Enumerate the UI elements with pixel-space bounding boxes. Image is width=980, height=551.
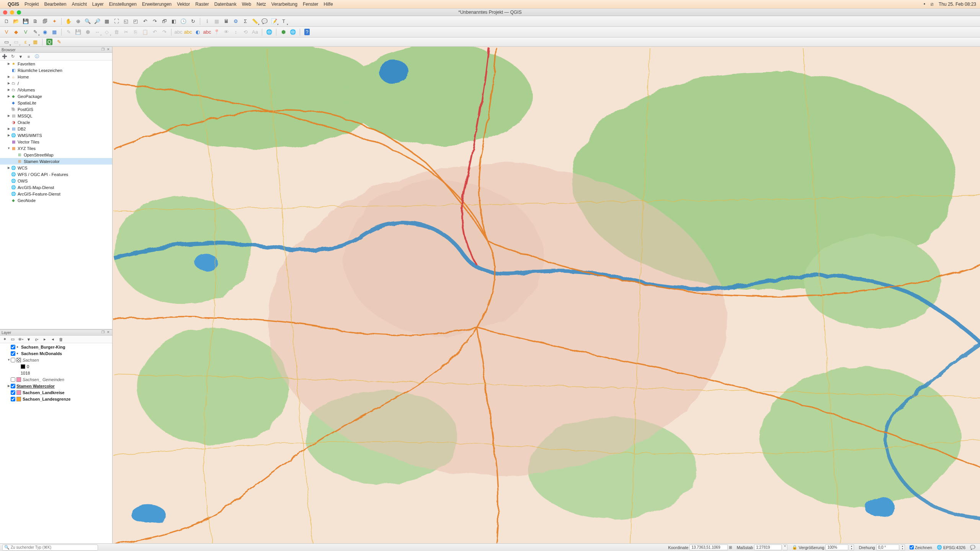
- scale-dropdown[interactable]: ▾: [783, 544, 787, 550]
- new-project-button[interactable]: 🗋: [2, 17, 11, 26]
- add-feature-button[interactable]: ⬢: [83, 28, 92, 36]
- change-label-button[interactable]: Aa: [251, 28, 259, 36]
- menu-datenbank[interactable]: Datenbank: [214, 2, 237, 7]
- identify-button[interactable]: ℹ: [203, 17, 211, 26]
- diagram-button[interactable]: ◐: [193, 28, 202, 36]
- label-tool2-button[interactable]: abc: [184, 28, 192, 36]
- new-shapefile-button[interactable]: V: [21, 28, 30, 36]
- browser-item[interactable]: 🌐OWS: [0, 178, 112, 184]
- select-button[interactable]: ▭▾: [2, 38, 11, 46]
- mag-spinner[interactable]: ▴▾: [849, 544, 854, 550]
- menubar-dot-icon[interactable]: •: [924, 2, 925, 7]
- new-geopackage-button[interactable]: ◆: [12, 28, 20, 36]
- layers-add-group-button[interactable]: ▭: [10, 336, 16, 342]
- layers-style-button[interactable]: ✦: [2, 336, 8, 342]
- zoom-selection-button[interactable]: ◱: [122, 17, 130, 26]
- browser-item[interactable]: ▶★Favoriten: [0, 60, 112, 67]
- browser-item[interactable]: ▶🌐WCS: [0, 165, 112, 171]
- browser-item[interactable]: ▦Vector Tiles: [0, 139, 112, 145]
- layers-collapse-button[interactable]: ◂: [50, 336, 56, 342]
- pan-button[interactable]: ✋: [64, 17, 73, 26]
- menubar-clock[interactable]: Thu 25. Feb 08:23: [939, 2, 976, 7]
- app-name[interactable]: QGIS: [8, 2, 19, 7]
- browser-item[interactable]: ⊞Stamen Watercolor: [0, 158, 112, 165]
- pin-label-button[interactable]: 📍: [212, 28, 221, 36]
- layout-manager-button[interactable]: 🗐: [41, 17, 49, 26]
- save-edits-button[interactable]: 💾: [74, 28, 82, 36]
- menu-hilfe[interactable]: Hilfe: [324, 2, 333, 7]
- cut-features-button[interactable]: ✂: [122, 28, 130, 36]
- rot-spinner[interactable]: ▴▾: [900, 544, 905, 550]
- quick-edit-button[interactable]: ✎: [55, 38, 63, 46]
- help-button[interactable]: ?: [303, 28, 311, 36]
- select-expr-button[interactable]: ε▾: [21, 38, 30, 46]
- new-bookmark-button[interactable]: ◧: [170, 17, 178, 26]
- layer-row[interactable]: ●Sachsen_Burger-King: [0, 344, 112, 350]
- menu-ansicht[interactable]: Ansicht: [72, 2, 87, 7]
- menu-netz[interactable]: Netz: [256, 2, 266, 7]
- browser-item[interactable]: ▶▤MSSQL: [0, 112, 112, 119]
- browser-item[interactable]: ▼▦XYZ Tiles: [0, 145, 112, 152]
- attribute-table-button[interactable]: ▦: [212, 17, 221, 26]
- browser-add-button[interactable]: ➕: [2, 54, 8, 60]
- browser-item[interactable]: 🌐ArcGIS-Map-Dienst: [0, 184, 112, 191]
- copy-features-button[interactable]: ⎘: [131, 28, 140, 36]
- quickosm-button[interactable]: ⬢: [279, 28, 287, 36]
- delete-selected-button[interactable]: 🗑: [112, 28, 121, 36]
- move-label-button[interactable]: ↕: [232, 28, 240, 36]
- browser-item[interactable]: 🌐ArcGIS-Feature-Dienst: [0, 191, 112, 197]
- zoom-full-button[interactable]: ⛶: [112, 17, 121, 26]
- browser-item[interactable]: ▶🌐WMS/WMTS: [0, 132, 112, 139]
- select-all-button[interactable]: ▦: [31, 38, 39, 46]
- style-manager-button[interactable]: ✦: [50, 17, 59, 26]
- layers-filter-button[interactable]: ▼: [26, 336, 32, 342]
- menu-fenster[interactable]: Fenster: [303, 2, 318, 7]
- window-maximize-button[interactable]: [17, 10, 21, 15]
- label-tool-button[interactable]: abc: [174, 28, 183, 36]
- browser-close-button[interactable]: ✕: [106, 47, 111, 52]
- show-labels-button[interactable]: 👁: [222, 28, 230, 36]
- open-project-button[interactable]: 📂: [12, 17, 20, 26]
- browser-item[interactable]: ◧Räumliche Lesezeichen: [0, 67, 112, 73]
- browser-item[interactable]: ▶🗀/: [0, 80, 112, 86]
- browser-tree[interactable]: ▶★Favoriten◧Räumliche Lesezeichen▶⌂Home▶…: [0, 60, 112, 329]
- locator-input[interactable]: [11, 545, 96, 549]
- layers-visibility-button[interactable]: 👁▾: [18, 336, 24, 342]
- browser-collapse-button[interactable]: ≡: [26, 54, 32, 60]
- menu-web[interactable]: Web: [242, 2, 251, 7]
- lock-icon[interactable]: 🔒: [792, 545, 797, 550]
- map-tips-button[interactable]: 💬: [260, 17, 269, 26]
- locator-search[interactable]: 🔍: [2, 544, 98, 551]
- menu-raster[interactable]: Raster: [195, 2, 209, 7]
- redo-button[interactable]: ↷: [160, 28, 168, 36]
- menu-einstellungen[interactable]: Einstellungen: [109, 2, 137, 7]
- layer-row[interactable]: Sachsen_ Gemeinden: [0, 376, 112, 383]
- menu-bearbeiten[interactable]: Bearbeiten: [44, 2, 66, 7]
- layer-row[interactable]: Sachsen_Landesgrenze: [0, 396, 112, 402]
- browser-item[interactable]: ⊞OpenStreetMap: [0, 152, 112, 158]
- browser-item[interactable]: ◑Oracle: [0, 119, 112, 126]
- menu-verarbeitung[interactable]: Verarbeitung: [271, 2, 297, 7]
- zoom-last-button[interactable]: ↶: [141, 17, 149, 26]
- control-center-icon[interactable]: ⎚: [931, 2, 933, 7]
- zoom-in-button[interactable]: 🔍: [83, 17, 92, 26]
- layer-row[interactable]: ●Sachsen McDonalds: [0, 350, 112, 357]
- deselect-button[interactable]: ▭▾: [12, 38, 20, 46]
- annotation-button[interactable]: 📝▾: [270, 17, 278, 26]
- quick-query-button[interactable]: Q: [45, 38, 54, 46]
- zoom-layer-button[interactable]: ◰: [131, 17, 140, 26]
- extents-icon[interactable]: ⊞: [729, 545, 732, 549]
- scale-field[interactable]: 1:27819: [754, 544, 782, 550]
- save-project-button[interactable]: 💾: [21, 17, 30, 26]
- new-map-view-button[interactable]: 🗗: [160, 17, 168, 26]
- menu-projekt[interactable]: Projekt: [24, 2, 39, 7]
- measure-button[interactable]: 📏▾: [251, 17, 259, 26]
- menu-vektor[interactable]: Vektor: [177, 2, 190, 7]
- layers-tree[interactable]: ●Sachsen_Burger-King●Sachsen McDonalds▼S…: [0, 343, 112, 543]
- layer-row[interactable]: ▼Sachsen: [0, 357, 112, 363]
- layer-row[interactable]: ▶Stamen Watercolor: [0, 383, 112, 389]
- layer-row[interactable]: 0: [0, 363, 112, 370]
- web-button[interactable]: 🌐: [289, 28, 297, 36]
- toolbox-button[interactable]: ⚙: [232, 17, 240, 26]
- toggle-editing-button[interactable]: ✎: [64, 28, 73, 36]
